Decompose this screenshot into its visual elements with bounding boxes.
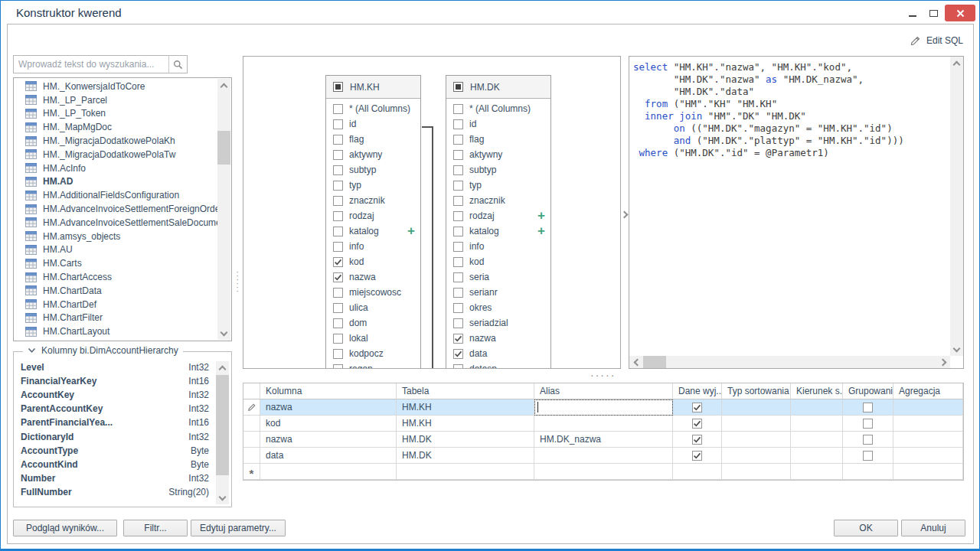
- card-column-row[interactable]: aktywny: [446, 147, 550, 162]
- card-column-row[interactable]: flag: [326, 132, 420, 147]
- card-column-row[interactable]: typ: [326, 178, 420, 193]
- column-checkbox[interactable]: [333, 150, 343, 160]
- table-list-item[interactable]: HM.AcInfo: [15, 161, 217, 175]
- scroll-down-icon[interactable]: [217, 327, 230, 340]
- edit-sql-button[interactable]: Edit SQL: [910, 35, 963, 46]
- card-column-row[interactable]: znacznik: [446, 193, 550, 208]
- cell-sort-direction[interactable]: [791, 399, 843, 416]
- empty-cell[interactable]: [893, 464, 963, 480]
- column-checkbox[interactable]: [333, 288, 343, 298]
- card-column-row[interactable]: znacznik: [326, 193, 420, 208]
- card-column-row[interactable]: nazwa: [446, 331, 550, 346]
- diagram-panel[interactable]: HM.KH * (All Columns)idflagaktywnysubtyp…: [243, 56, 621, 369]
- add-join-icon[interactable]: +: [537, 209, 545, 223]
- card-column-row[interactable]: kod: [446, 254, 550, 269]
- table-list-item[interactable]: HM.ChartLayout: [15, 324, 217, 338]
- card-column-row[interactable]: typ: [446, 178, 550, 193]
- columns-scrollbar[interactable]: [216, 361, 229, 504]
- table-card-header[interactable]: HM.KH: [326, 76, 420, 99]
- table-list-item[interactable]: HM.Carts: [15, 256, 217, 270]
- column-checkbox[interactable]: [333, 181, 343, 191]
- grid-header-cell[interactable]: Kolumna: [260, 383, 397, 399]
- sql-preview-panel[interactable]: select "HM.KH"."nazwa", "HM.KH"."kod", "…: [629, 56, 964, 369]
- table-checkbox-indeterminate[interactable]: [333, 82, 343, 92]
- card-column-row[interactable]: subtyp: [446, 162, 550, 178]
- grid-header-cell[interactable]: Tabela: [397, 383, 534, 399]
- empty-cell[interactable]: [791, 464, 843, 480]
- add-join-icon[interactable]: +: [407, 224, 415, 238]
- column-info-row[interactable]: NumberInt32: [16, 471, 229, 485]
- column-info-row[interactable]: AccountTypeByte: [16, 444, 229, 458]
- cell-sort-type[interactable]: [722, 416, 791, 432]
- column-checkbox[interactable]: [333, 227, 343, 236]
- table-list-item[interactable]: HM.AD: [15, 175, 217, 189]
- edit-parameters-button[interactable]: Edytuj parametry...: [191, 520, 286, 536]
- vertical-splitter[interactable]: ······: [235, 270, 240, 293]
- grid-header-cell[interactable]: Agregacja: [893, 383, 963, 399]
- table-list-item[interactable]: HM.AdditionalFieldsConfiguration: [15, 188, 217, 202]
- table-list-item[interactable]: HM._KonwersjaIdToCore: [15, 80, 217, 93]
- column-checkbox[interactable]: [333, 211, 343, 221]
- cell-alias[interactable]: [534, 416, 673, 432]
- grid-data-row[interactable]: kodHM.KH: [243, 416, 963, 432]
- column-checkbox[interactable]: [453, 257, 463, 267]
- sql-vertical-scrollbar[interactable]: [950, 57, 963, 356]
- table-list-item[interactable]: HM.ChartDef: [15, 298, 217, 311]
- column-info-row[interactable]: ParentAccountKeyInt32: [16, 402, 229, 416]
- empty-cell[interactable]: [260, 464, 397, 480]
- empty-cell[interactable]: [397, 464, 534, 480]
- card-column-row[interactable]: rodzaj: [326, 208, 420, 223]
- grouping-checkbox[interactable]: [843, 432, 893, 448]
- table-list-item[interactable]: HM._MapMgDoc: [15, 120, 217, 134]
- empty-cell[interactable]: [673, 464, 722, 480]
- card-column-row[interactable]: dom: [326, 315, 420, 331]
- table-card-header[interactable]: HM.DK: [446, 76, 550, 99]
- column-checkbox[interactable]: [333, 318, 343, 328]
- title-bar[interactable]: Konstruktor kwerend: [1, 1, 979, 24]
- column-checkbox[interactable]: [453, 211, 463, 221]
- close-button[interactable]: [945, 5, 975, 21]
- column-checkbox[interactable]: [453, 364, 463, 370]
- column-checkbox[interactable]: [333, 135, 343, 145]
- cell-aggregation[interactable]: [893, 432, 963, 448]
- cancel-button[interactable]: Anuluj: [901, 520, 965, 536]
- card-column-row[interactable]: seriadzial: [446, 315, 550, 331]
- cell-kolumna[interactable]: nazwa: [260, 432, 397, 448]
- cell-sort-direction[interactable]: [791, 416, 843, 432]
- filter-button[interactable]: Filtr...: [123, 520, 188, 536]
- column-checkbox[interactable]: [453, 303, 463, 313]
- scroll-left-icon[interactable]: [629, 356, 642, 369]
- card-column-row[interactable]: * (All Columns): [326, 101, 420, 116]
- column-checkbox[interactable]: [333, 242, 343, 252]
- table-checkbox-indeterminate[interactable]: [453, 82, 463, 92]
- column-checkbox[interactable]: [333, 334, 343, 344]
- output-checkbox[interactable]: [673, 416, 722, 432]
- sql-horizontal-scrollbar[interactable]: [629, 356, 950, 368]
- columns-groupbox-header[interactable]: Kolumny bi.DimAccountHierarchy: [23, 345, 183, 356]
- column-info-row[interactable]: LevelInt32: [16, 360, 229, 374]
- grouping-checkbox[interactable]: [843, 416, 893, 432]
- column-checkbox[interactable]: [333, 349, 343, 359]
- table-list-item[interactable]: HM.AdvanceInvoiceSettlementSaleDocument: [15, 216, 217, 230]
- column-checkbox[interactable]: [453, 196, 463, 206]
- cell-alias[interactable]: [534, 448, 673, 464]
- ok-button[interactable]: OK: [834, 520, 898, 536]
- cell-tabela[interactable]: HM.KH: [397, 416, 534, 432]
- card-column-row[interactable]: * (All Columns): [446, 101, 550, 116]
- column-checkbox[interactable]: [333, 257, 343, 267]
- grid-data-row[interactable]: dataHM.DK: [243, 448, 963, 464]
- column-checkbox[interactable]: [333, 272, 343, 282]
- column-checkbox[interactable]: [333, 196, 343, 206]
- card-column-row[interactable]: ulica: [326, 300, 420, 315]
- output-checkbox[interactable]: [673, 432, 722, 448]
- card-column-row[interactable]: info: [326, 239, 420, 254]
- scroll-up-icon[interactable]: [217, 79, 230, 92]
- column-info-row[interactable]: DictionaryIdInt32: [16, 429, 229, 443]
- table-list-item[interactable]: HM._LP_Parcel: [15, 93, 217, 107]
- cell-alias[interactable]: HM.DK_nazwa: [534, 432, 673, 448]
- cell-kolumna[interactable]: data: [260, 448, 397, 464]
- output-checkbox[interactable]: [673, 448, 722, 464]
- grid-new-row[interactable]: *: [243, 464, 963, 480]
- column-info-row[interactable]: FinancialYearKeyInt16: [16, 374, 229, 388]
- maximize-button[interactable]: [923, 5, 943, 21]
